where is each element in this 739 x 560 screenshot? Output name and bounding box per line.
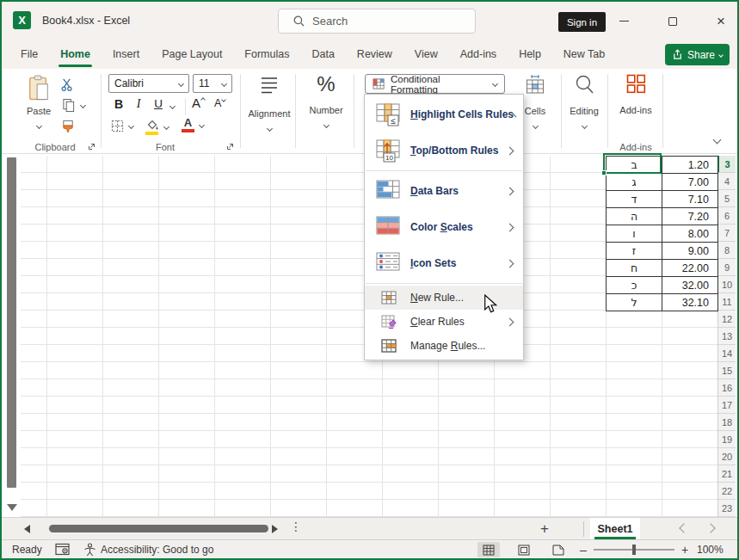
vertical-scrollbar-down-arrow-icon[interactable]	[7, 504, 17, 511]
search-input[interactable]: Search	[278, 9, 476, 34]
sign-in-button[interactable]: Sign in	[558, 12, 606, 32]
menu-item-icon-sets[interactable]: Icon Sets	[365, 245, 523, 281]
tab-formulas[interactable]: Formulas	[233, 40, 300, 69]
menu-item-highlight-cells-rules[interactable]: ≤Highlight Cells Rules	[365, 96, 523, 132]
tab-home[interactable]: Home	[49, 40, 102, 69]
font-color-button[interactable]: A	[182, 117, 204, 132]
row-header-19[interactable]: 19	[717, 431, 736, 448]
cell-letter[interactable]: ו	[607, 225, 662, 243]
addins-button[interactable]: Add-ins	[613, 74, 659, 115]
decrease-font-button[interactable]: A	[214, 97, 225, 109]
row-header-12[interactable]: 12	[717, 311, 736, 328]
tab-view[interactable]: View	[403, 40, 449, 69]
font-dialog-launcher-icon[interactable]	[225, 142, 235, 151]
sheet-nav-next-icon[interactable]	[705, 523, 715, 532]
cell-letter[interactable]: ז	[607, 243, 662, 260]
scrollbar-resize-dots-icon[interactable]: ⋮	[290, 520, 302, 533]
row-header-15[interactable]: 15	[717, 362, 736, 379]
tab-help[interactable]: Help	[508, 40, 552, 69]
row-header-23[interactable]: 23	[717, 500, 736, 517]
paste-button[interactable]: Paste	[22, 74, 55, 127]
add-sheet-button[interactable]: +	[535, 519, 554, 539]
cell-value[interactable]: 7.10	[662, 191, 718, 208]
row-header-10[interactable]: 10	[717, 276, 736, 293]
menu-item-top-bottom-rules[interactable]: 10Top/Bottom Rules	[365, 132, 523, 169]
hscroll-right-arrow-icon[interactable]	[272, 525, 278, 533]
clipboard-dialog-launcher-icon[interactable]	[87, 142, 96, 151]
macro-record-icon[interactable]	[55, 543, 70, 556]
selection-fill-handle[interactable]	[601, 170, 607, 175]
cell-value[interactable]: 1.20	[662, 157, 718, 174]
hscroll-left-arrow-icon[interactable]	[24, 525, 30, 533]
zoom-percentage[interactable]: 100%	[697, 540, 724, 559]
number-group-button[interactable]: % Number	[300, 72, 352, 131]
row-header-22[interactable]: 22	[717, 483, 736, 500]
row-header-21[interactable]: 21	[717, 465, 736, 483]
row-header-6[interactable]: 6	[717, 207, 736, 225]
borders-button[interactable]	[111, 120, 133, 132]
zoom-out-button[interactable]: –	[580, 540, 587, 559]
tab-file[interactable]: File	[9, 40, 49, 69]
ribbon-collapse-chevron-icon[interactable]	[713, 136, 722, 145]
menu-item-clear-rules[interactable]: Clear Rules	[365, 310, 523, 334]
cell-value[interactable]: 7.20	[662, 208, 718, 225]
cell-letter[interactable]: ד	[607, 191, 662, 208]
menu-item-data-bars[interactable]: Data Bars	[365, 173, 523, 209]
row-header-3[interactable]: 3	[717, 156, 736, 173]
alignment-group-button[interactable]: Alignment	[245, 76, 293, 134]
accessibility-status[interactable]: Accessibility: Good to go	[83, 540, 213, 559]
maximize-button[interactable]	[657, 11, 688, 31]
cell-value[interactable]: 8.00	[662, 225, 718, 243]
sheet-tab-sheet1[interactable]: Sheet1	[590, 518, 640, 540]
copy-button[interactable]	[62, 98, 85, 113]
cell-letter[interactable]: ג	[607, 174, 662, 191]
data-table[interactable]: ב1.20ג7.00ד7.10ה7.20ו8.00ז9.00ח22.00כ32.…	[606, 156, 718, 311]
menu-item-manage-rules[interactable]: Manage Rules...	[365, 334, 523, 358]
bold-button[interactable]: B	[111, 97, 126, 111]
row-header-8[interactable]: 8	[717, 242, 736, 259]
row-header-5[interactable]: 5	[717, 190, 736, 207]
cell-value[interactable]: 22.00	[662, 260, 718, 277]
tab-add-ins[interactable]: Add-ins	[449, 40, 508, 69]
cell-letter[interactable]: ה	[607, 208, 662, 225]
sheet-nav-prev-icon[interactable]	[679, 523, 688, 532]
cell-value[interactable]: 9.00	[662, 243, 718, 260]
underline-button[interactable]: U	[151, 97, 166, 110]
row-header-17[interactable]: 17	[717, 397, 736, 414]
cell-letter[interactable]: ח	[607, 260, 662, 277]
tab-data[interactable]: Data	[300, 40, 345, 69]
close-button[interactable]: ×	[705, 11, 736, 31]
cut-button[interactable]	[60, 77, 75, 95]
increase-font-button[interactable]: A	[192, 95, 204, 110]
font-name-combo[interactable]: Calibri	[108, 74, 189, 93]
cell-letter[interactable]: ל	[607, 294, 662, 311]
font-size-combo[interactable]: 11	[193, 74, 232, 93]
view-normal-button[interactable]	[477, 542, 500, 557]
minimize-button[interactable]	[608, 11, 639, 31]
cell-value[interactable]: 7.00	[662, 174, 718, 191]
conditional-formatting-button[interactable]: Conditional Formatting	[365, 74, 505, 94]
italic-button[interactable]: I	[131, 97, 146, 111]
row-header-9[interactable]: 9	[717, 259, 736, 276]
cell-value[interactable]: 32.10	[662, 294, 718, 311]
row-header-20[interactable]: 20	[717, 448, 736, 465]
menu-item-new-rule[interactable]: New Rule...	[365, 286, 523, 310]
editing-group-button[interactable]: Editing	[563, 73, 606, 132]
format-painter-button[interactable]	[60, 120, 76, 138]
horizontal-scrollbar-thumb[interactable]	[49, 525, 268, 532]
row-headers[interactable]: 34567891011121314151617181920212223	[717, 156, 736, 517]
share-button[interactable]: Share	[665, 44, 730, 65]
view-page-layout-button[interactable]	[513, 542, 535, 557]
row-header-11[interactable]: 11	[717, 293, 736, 311]
vertical-scrollbar-thumb[interactable]	[7, 157, 16, 488]
cell-letter[interactable]: כ	[607, 277, 662, 294]
row-header-18[interactable]: 18	[717, 414, 736, 431]
row-header-4[interactable]: 4	[717, 173, 736, 190]
fill-color-button[interactable]	[145, 118, 169, 135]
menu-item-color-scales[interactable]: Color Scales	[365, 209, 523, 245]
zoom-slider-thumb[interactable]	[632, 545, 636, 555]
row-header-13[interactable]: 13	[717, 328, 736, 345]
tab-review[interactable]: Review	[346, 40, 403, 69]
tab-new-tab[interactable]: New Tab	[552, 40, 616, 69]
zoom-in-button[interactable]: +	[681, 540, 688, 559]
